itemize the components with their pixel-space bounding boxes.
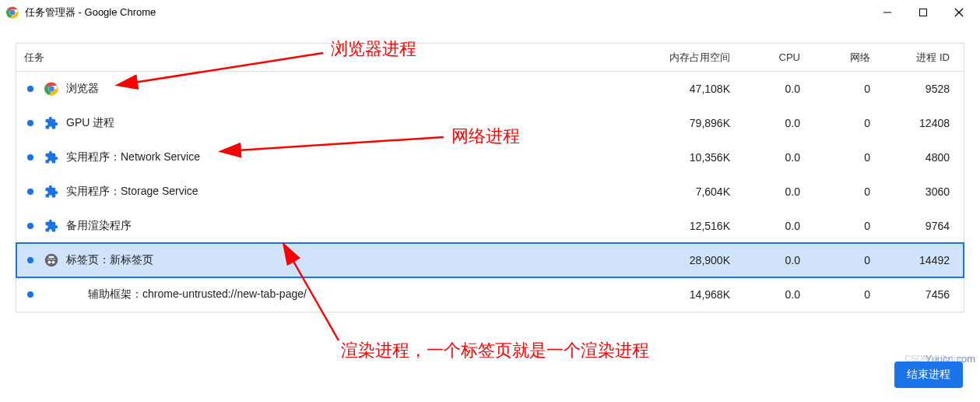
cell-network: 0 bbox=[808, 220, 878, 232]
bullet-icon bbox=[27, 120, 33, 126]
cell-pid: 14492 bbox=[878, 254, 964, 266]
cell-cpu: 0.0 bbox=[738, 220, 808, 232]
ext-icon bbox=[44, 116, 58, 130]
bullet-icon bbox=[27, 291, 33, 298]
cell-network: 0 bbox=[808, 288, 878, 301]
col-task[interactable]: 任务 bbox=[16, 51, 621, 65]
end-process-button[interactable]: 结束进程 bbox=[894, 361, 963, 388]
window-title: 任务管理器 - Google Chrome bbox=[25, 5, 156, 19]
cell-pid: 9528 bbox=[878, 83, 964, 95]
cell-pid: 4800 bbox=[878, 151, 964, 164]
task-name: 实用程序：Storage Service bbox=[66, 185, 198, 199]
cell-memory: 47,108K bbox=[621, 83, 738, 95]
cell-cpu: 0.0 bbox=[738, 254, 808, 266]
chrome-icon bbox=[44, 82, 58, 96]
cell-cpu: 0.0 bbox=[738, 185, 808, 198]
column-headers[interactable]: 任务 内存占用空间 CPU 网络 进程 ID bbox=[16, 44, 964, 72]
bullet-icon bbox=[27, 86, 33, 92]
bullet-icon bbox=[27, 223, 33, 229]
cell-network: 0 bbox=[808, 117, 878, 129]
cell-memory: 7,604K bbox=[621, 185, 738, 198]
table-row[interactable]: 实用程序：Storage Service7,604K0.003060 bbox=[16, 175, 964, 209]
task-cell: GPU 进程 bbox=[16, 116, 621, 130]
bullet-icon bbox=[27, 257, 33, 263]
cell-network: 0 bbox=[808, 254, 878, 266]
cell-cpu: 0.0 bbox=[738, 83, 808, 95]
cell-memory: 79,896K bbox=[621, 117, 738, 129]
task-name: 备用渲染程序 bbox=[66, 219, 132, 233]
table-row[interactable]: 实用程序：Network Service10,356K0.004800 bbox=[16, 140, 964, 175]
table-row[interactable]: 浏览器47,108K0.009528 bbox=[16, 72, 964, 106]
task-name: 实用程序：Network Service bbox=[66, 150, 200, 164]
cell-network: 0 bbox=[808, 185, 878, 198]
none-icon bbox=[66, 287, 80, 302]
ext-icon bbox=[44, 150, 58, 164]
task-cell: 备用渲染程序 bbox=[16, 219, 621, 233]
task-name: 浏览器 bbox=[66, 82, 99, 96]
cell-pid: 12408 bbox=[878, 117, 964, 129]
annotation-render: 渲染进程，一个标签页就是一个渲染进程 bbox=[341, 339, 649, 362]
svg-point-1 bbox=[10, 10, 16, 16]
cell-pid: 7456 bbox=[878, 288, 964, 301]
task-name: 标签页：新标签页 bbox=[66, 253, 153, 267]
bullet-icon bbox=[27, 189, 33, 195]
task-cell: 标签页：新标签页 bbox=[16, 253, 621, 267]
cell-memory: 10,356K bbox=[621, 151, 738, 164]
task-name: GPU 进程 bbox=[66, 116, 114, 130]
cell-memory: 28,900K bbox=[621, 254, 738, 266]
table-row[interactable]: 辅助框架：chrome-untrusted://new-tab-page/14,… bbox=[16, 277, 964, 312]
cell-cpu: 0.0 bbox=[738, 151, 808, 164]
table-row[interactable]: 备用渲染程序12,516K0.009764 bbox=[16, 209, 964, 243]
table-row[interactable]: 标签页：新标签页28,900K0.0014492 bbox=[16, 243, 964, 277]
col-network[interactable]: 网络 bbox=[808, 51, 878, 65]
col-cpu[interactable]: CPU bbox=[738, 51, 808, 63]
col-pid[interactable]: 进程 ID bbox=[878, 51, 964, 65]
chrome-icon bbox=[6, 6, 19, 19]
bullet-icon bbox=[27, 154, 33, 160]
task-name: 辅助框架：chrome-untrusted://new-tab-page/ bbox=[88, 287, 307, 302]
incog-icon bbox=[44, 253, 58, 267]
task-rows: 浏览器47,108K0.009528GPU 进程79,896K0.0012408… bbox=[16, 72, 964, 312]
cell-cpu: 0.0 bbox=[738, 117, 808, 129]
svg-point-7 bbox=[48, 86, 54, 92]
task-cell: 实用程序：Storage Service bbox=[16, 185, 621, 199]
maximize-button[interactable] bbox=[905, 0, 941, 25]
task-cell: 实用程序：Network Service bbox=[16, 150, 621, 164]
ext-icon bbox=[44, 185, 58, 199]
task-cell: 辅助框架：chrome-untrusted://new-tab-page/ bbox=[16, 287, 621, 302]
cell-memory: 14,968K bbox=[621, 288, 738, 301]
task-cell: 浏览器 bbox=[16, 82, 621, 96]
cell-memory: 12,516K bbox=[621, 220, 738, 232]
table-row[interactable]: GPU 进程79,896K0.0012408 bbox=[16, 106, 964, 140]
ext-icon bbox=[44, 219, 58, 233]
cell-network: 0 bbox=[808, 83, 878, 95]
cell-network: 0 bbox=[808, 151, 878, 164]
window-titlebar: 任务管理器 - Google Chrome bbox=[0, 0, 980, 25]
cell-pid: 9764 bbox=[878, 220, 964, 232]
cell-pid: 3060 bbox=[878, 185, 964, 198]
minimize-button[interactable] bbox=[869, 0, 905, 25]
close-button[interactable] bbox=[941, 0, 977, 25]
col-memory[interactable]: 内存占用空间 bbox=[621, 51, 738, 65]
svg-rect-3 bbox=[920, 9, 927, 16]
svg-point-8 bbox=[45, 254, 58, 267]
task-manager-panel: 任务 内存占用空间 CPU 网络 进程 ID 浏览器47,108K0.00952… bbox=[16, 43, 964, 312]
cell-cpu: 0.0 bbox=[738, 288, 808, 301]
